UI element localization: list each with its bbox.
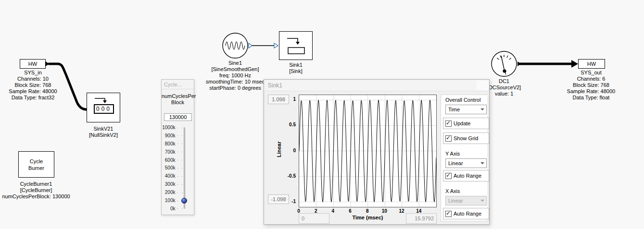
x-tick-label: 8 [363, 208, 372, 214]
y-tick-label: 0.5 [282, 122, 296, 127]
sine1-caption: Sine1 [SineSmoothedGen] freq: 1000 Hz sm… [197, 60, 274, 91]
x-tick-label: 6 [345, 208, 355, 214]
chevron-down-icon [478, 159, 486, 168]
slider-tick-row: 800k· · [162, 141, 184, 147]
y-axis-dropdown[interactable]: Linear [445, 158, 487, 168]
slider-tick-row: 100k· · [162, 197, 184, 204]
label-line: Cycle [19, 158, 54, 165]
window-title: Sink1 [268, 82, 282, 89]
block-sink1[interactable] [279, 31, 313, 60]
block-prop: Data Type: float [557, 95, 625, 101]
label-line: Burner [19, 165, 54, 171]
block-name: Sine1 [197, 60, 274, 66]
block-name: SYS_in [0, 70, 66, 76]
overall-control-label: Overall Control [445, 97, 480, 103]
checkbox-box: ✓ [445, 211, 452, 217]
block-prop: Sample Rate: 48000 [557, 88, 625, 95]
overall-control-dropdown[interactable]: Time [445, 105, 487, 114]
block-dc1[interactable] [491, 50, 518, 78]
sink1-input-pin[interactable] [274, 43, 278, 48]
block-type: [Sink] [267, 68, 325, 74]
check-icon: ✓ [446, 120, 451, 126]
audio-weaver-canvas: { "icons": {"check": "✓"}, "blocks": { "… [0, 0, 644, 229]
sink1-window[interactable]: Sink1 1.098 -1.098 Linear 10.50-0.5-1 02… [264, 79, 490, 225]
check-icon: ✓ [446, 210, 451, 217]
dropdown-value: Time [448, 107, 460, 112]
check-icon: ✓ [446, 134, 451, 141]
block-sinkv21[interactable]: 000 [87, 93, 120, 122]
counter-display: 000 [94, 104, 114, 114]
slider-tick-row: 500k· · [162, 165, 184, 171]
block-name: Sink1 [267, 62, 325, 68]
window-close-button[interactable] [477, 81, 488, 90]
slider-tick-scale: 1000k· ·900k· ·800k· ·700k· ·600k· ·500k… [162, 124, 184, 212]
slider-handle[interactable] [181, 198, 187, 204]
x-auto-range-checkbox[interactable]: ✓ Auto Range [443, 208, 489, 219]
waveform-plot [299, 95, 436, 207]
slider-tick-row: 400k· · [162, 173, 184, 179]
block-prop: freq: 1000 Hz [197, 72, 274, 79]
checkbox-label: Auto Range [454, 173, 481, 179]
sink1-caption: Sink1 [Sink] [267, 62, 325, 74]
x-tick-label: 10 [379, 208, 389, 214]
checkbox-label: Update [454, 121, 470, 126]
y-auto-range-checkbox[interactable]: ✓ Auto Range [443, 170, 489, 181]
param-name: numCyclesPer Block [162, 93, 194, 106]
block-prop: Channels: 6 [557, 76, 625, 82]
inspector-titlebar[interactable]: Cycle... [162, 80, 194, 89]
block-prop: startPhase: 0 degrees [197, 85, 274, 91]
block-prop: Channels: 10 [0, 76, 66, 82]
block-cycle-burner[interactable]: Cycle Burner [18, 151, 54, 178]
block-name: CycleBurner1 [0, 181, 72, 187]
slider-tick-row: 0k· · [162, 205, 184, 212]
plot-area[interactable] [299, 95, 437, 207]
y-tick-label: 0 [282, 148, 296, 153]
slider-tick-row: 200k· · [162, 189, 184, 195]
check-icon: ✓ [446, 172, 451, 179]
x-tick-label: 4 [328, 208, 338, 214]
block-type: [NullSinkV2] [70, 132, 137, 138]
slider-tick-row: 600k· · [162, 157, 184, 163]
sink-arrow-icon [93, 95, 114, 104]
y-tick-label: 1 [282, 96, 296, 102]
cycle-burner-label: Cycle Burner [19, 158, 54, 171]
sys-out-caption: SYS_out Channels: 6 Block Size: 768 Samp… [557, 70, 625, 101]
block-prop: Block Size: 768 [0, 82, 66, 88]
block-sys-in[interactable]: HW [20, 59, 46, 69]
y-axis-section-label: Y Axis [445, 151, 460, 157]
sinkv21-caption: SinkV21 [NullSinkV2] [70, 126, 137, 138]
window-titlebar[interactable]: Sink1 [264, 80, 489, 91]
hw-label: HW [579, 60, 605, 68]
dropdown-value: Linear [448, 198, 463, 204]
checkbox-box: ✓ [445, 135, 452, 142]
param-value-box[interactable]: 130000 [164, 113, 192, 121]
slider-tick-row: 700k· · [162, 149, 184, 155]
x-axis-dropdown: Linear [445, 196, 487, 205]
update-checkbox[interactable]: ✓ Update [443, 118, 489, 129]
block-prop: numCyclesPerBlock: 130000 [0, 193, 72, 200]
cycle-burner-caption: CycleBurner1 [CycleBurner] numCyclesPerB… [0, 181, 72, 200]
x-range-start-input[interactable]: 0 [299, 213, 329, 224]
block-sine1[interactable] [222, 32, 250, 60]
slider-tick-row: 1000k· · [162, 124, 184, 131]
param-name-line: numCyclesPer [162, 93, 194, 99]
block-type: [CycleBurner] [0, 187, 72, 193]
slider-track[interactable] [184, 127, 185, 209]
checkbox-label: Show Grid [454, 135, 478, 141]
x-tick-label: 12 [397, 208, 406, 214]
cycle-burner-inspector[interactable]: Cycle... numCyclesPer Block 130000 1000k… [161, 79, 194, 215]
slider-tick-row: 900k· · [162, 133, 184, 139]
sink-icon [285, 34, 308, 57]
checkbox-label: Auto Range [454, 211, 481, 217]
block-prop: Block Size: 768 [557, 82, 625, 88]
y-tick-label: -0.5 [282, 173, 296, 179]
sys-out-input-pin[interactable] [571, 60, 578, 68]
block-sys-out[interactable]: HW [578, 59, 605, 69]
x-range-end-input[interactable]: 15.9792 [406, 213, 437, 224]
y-tick-labels: 10.50-0.5-1 [282, 95, 296, 207]
slider-tick-row: 300k· · [162, 181, 184, 187]
block-prop: smoothingTime: 10 msec [197, 79, 274, 85]
x-axis-section-label: X Axis [445, 188, 460, 194]
param-name-line: Block [162, 99, 194, 106]
show-grid-checkbox[interactable]: ✓ Show Grid [443, 133, 489, 144]
